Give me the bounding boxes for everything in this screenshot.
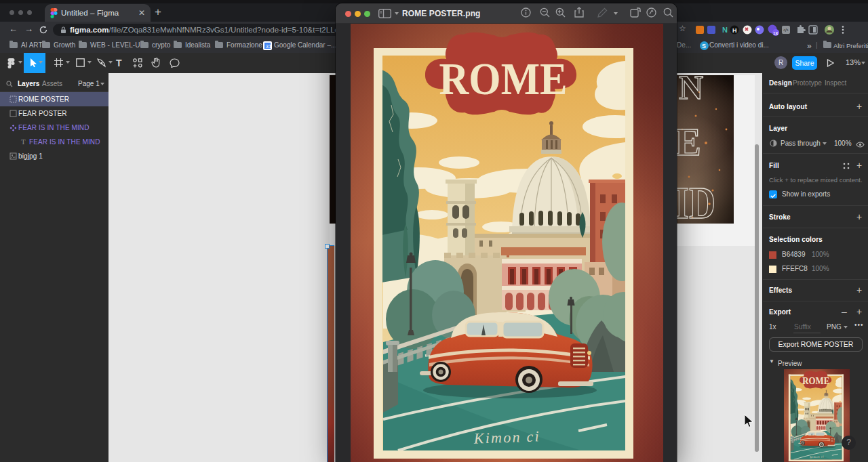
svg-text:N: N xyxy=(722,26,728,34)
svg-text:H: H xyxy=(732,27,737,34)
svg-text:ROME: ROME xyxy=(439,53,568,104)
svg-text:18: 18 xyxy=(773,31,778,36)
svg-text:‹/›: ‹/› xyxy=(783,27,789,33)
svg-text:N: N xyxy=(679,75,703,106)
svg-text:S: S xyxy=(702,43,706,49)
svg-text:ID: ID xyxy=(675,177,715,224)
svg-text:31: 31 xyxy=(266,43,272,49)
svg-text:E: E xyxy=(675,120,701,164)
svg-text:Kimon ci: Kimon ci xyxy=(473,427,539,446)
